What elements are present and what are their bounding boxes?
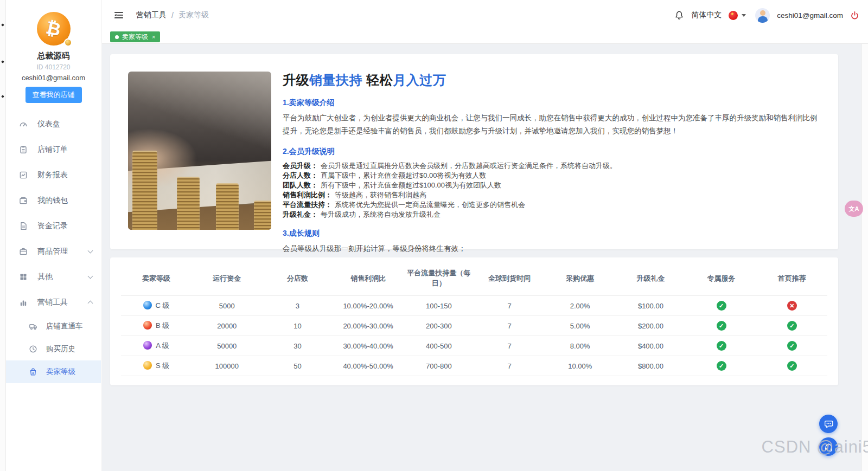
sidebar-toggle-icon[interactable] (114, 11, 124, 20)
section-1-body: 平台为鼓励广大创业者，为创业者提供更大的商业机会，让您与我们一同成长，助您在销售… (283, 112, 819, 138)
wallet-icon (19, 196, 28, 205)
col-header: 分店数 (262, 261, 333, 296)
notification-bell-icon[interactable] (674, 10, 684, 21)
section-2-title: 2.会员升级说明 (283, 147, 819, 157)
logout-power-icon[interactable] (850, 11, 859, 20)
check-icon (787, 341, 797, 351)
coin-stack (177, 177, 200, 230)
col-header: 平台流量扶持量（每日） (404, 261, 474, 296)
edge-mark (1, 95, 4, 98)
cell-branches: 3 (262, 296, 333, 316)
chevron-down-icon (88, 273, 93, 279)
sidebar-item-marketing[interactable]: 营销工具 (6, 289, 101, 315)
cell-profit: 30.00%-40.00% (333, 336, 404, 356)
cell-funds: 5000 (192, 296, 262, 316)
sidebar-item-dashboard[interactable]: 仪表盘 (6, 111, 101, 137)
seller-levels-table: 卖家等级 运行资金 分店数 销售利润比 平台流量扶持量（每日） 全球到货时间 采… (121, 261, 827, 376)
sidebar-item-label: 我的钱包 (37, 196, 68, 205)
store-id: ID 4012720 (6, 63, 101, 71)
document-icon (19, 222, 28, 230)
caret-down-icon[interactable] (742, 14, 746, 17)
cell-delivery: 7 (474, 296, 545, 316)
user-email: ceshi01@gmail.com (777, 11, 843, 20)
sidebar-item-reports[interactable]: 财务报表 (6, 162, 101, 188)
col-header: 全球到货时间 (474, 261, 545, 296)
translate-widget[interactable]: 文A (845, 201, 863, 217)
coin-badge-icon (64, 38, 72, 47)
cell-delivery: 7 (474, 316, 545, 336)
intro-card: 升级销量扶持 轻松月入过万 1.卖家等级介绍 平台为鼓励广大创业者，为创业者提供… (110, 54, 838, 249)
cell-delivery: 7 (474, 336, 545, 356)
rule-item: 团队人数：所有下级中，累计充值金额超过$100.00视为有效团队人数 (283, 180, 819, 190)
breadcrumb-root[interactable]: 营销工具 (136, 10, 167, 20)
sidebar-item-label: 营销工具 (37, 298, 68, 307)
sidebar-item-products[interactable]: 商品管理 (6, 238, 101, 264)
level-badge-icon (143, 361, 152, 370)
avatar[interactable] (755, 8, 770, 23)
cell-delivery: 7 (474, 356, 545, 376)
cell-gift: $400.00 (615, 336, 686, 356)
chat-bubble-icon (824, 419, 834, 429)
col-header: 运行资金 (192, 261, 262, 296)
chevron-up-icon (88, 301, 93, 306)
level-name: B 级 (156, 321, 169, 330)
sidebar-item-orders[interactable]: 店铺订单 (6, 137, 101, 162)
check-icon (717, 361, 726, 371)
view-shop-button[interactable]: 查看我的店铺 (25, 87, 82, 103)
intro-text: 升级销量扶持 轻松月入过万 1.卖家等级介绍 平台为鼓励广大创业者，为创业者提供… (271, 72, 819, 232)
sidebar-item-label: 店铺订单 (37, 145, 68, 154)
store-name: 总裁源码 (6, 51, 101, 61)
cell-traffic: 400-500 (404, 336, 474, 356)
cell-discount: 2.00% (545, 296, 615, 316)
col-header: 首页推荐 (757, 261, 827, 296)
check-icon (717, 301, 726, 311)
section-1-title: 1.卖家等级介绍 (283, 98, 819, 108)
cell-traffic: 200-300 (404, 316, 474, 336)
close-tab-icon[interactable]: × (152, 34, 155, 40)
sidebar: ₿ 总裁源码 ID 4012720 ceshi01@gmail.com 查看我的… (6, 0, 101, 471)
window-edge (0, 0, 5, 471)
sidebar-item-label: 店铺直通车 (46, 321, 83, 331)
sidebar-item-label: 仪表盘 (37, 119, 60, 129)
main-content: 升级销量扶持 轻松月入过万 1.卖家等级介绍 平台为鼓励广大创业者，为创业者提供… (102, 44, 868, 471)
cross-icon (787, 301, 797, 311)
chat-button[interactable] (819, 415, 838, 433)
china-flag-icon[interactable] (729, 11, 738, 20)
check-icon (787, 361, 797, 371)
section-3-title: 3.成长规则 (283, 229, 819, 238)
check-icon (717, 321, 726, 331)
cell-gift: $800.00 (615, 356, 686, 376)
sidebar-item-label: 其他 (37, 272, 53, 282)
cell-discount: 10.00% (545, 356, 615, 376)
rule-item: 会员升级：会员升级是通过直属推分店数决会员级别，分店数越高或运行资金满足条件，系… (283, 161, 819, 171)
sidebar-item-other[interactable]: 其他 (6, 264, 101, 289)
scrollbar-track[interactable] (861, 30, 868, 471)
translate-icon: 文A (849, 205, 859, 213)
coin-stack (254, 201, 271, 230)
sidebar-item-seller-level[interactable]: 卖家等级 (6, 360, 101, 383)
table-row: S 级 100000 50 40.00%-50.00% 700-800 7 10… (121, 356, 827, 376)
bar-chart-icon (19, 298, 28, 307)
sidebar-item-fund-records[interactable]: 资金记录 (6, 213, 101, 238)
cell-profit: 20.00%-30.00% (333, 316, 404, 336)
store-profile: ₿ 总裁源码 ID 4012720 ceshi01@gmail.com 查看我的… (6, 0, 101, 103)
sidebar-item-purchase-history[interactable]: 购买历史 (6, 338, 101, 360)
cell-funds: 20000 (192, 316, 262, 336)
level-badge-icon (143, 321, 152, 330)
breadcrumb-current: 卖家等级 (178, 10, 209, 20)
sidebar-item-wallet[interactable]: 我的钱包 (6, 188, 101, 213)
sidebar-item-shop-express[interactable]: 店铺直通车 (6, 315, 101, 338)
col-header: 销售利润比 (333, 261, 404, 296)
language-selector[interactable]: 简体中文 (691, 10, 722, 20)
cell-profit: 10.00%-20.00% (333, 296, 404, 316)
sidebar-item-label: 卖家等级 (46, 367, 75, 377)
dashboard-icon (19, 120, 28, 128)
levels-table-card: 卖家等级 运行资金 分店数 销售利润比 平台流量扶持量（每日） 全球到货时间 采… (110, 257, 838, 385)
level-badge-icon (143, 341, 152, 350)
col-header: 专属服务 (686, 261, 757, 296)
breadcrumb: 营销工具 / 卖家等级 (136, 10, 209, 20)
bag-upgrade-icon (29, 367, 37, 376)
tab-seller-level[interactable]: 卖家等级 × (110, 31, 160, 42)
col-header: 升级礼金 (615, 261, 686, 296)
cell-traffic: 700-800 (404, 356, 474, 376)
